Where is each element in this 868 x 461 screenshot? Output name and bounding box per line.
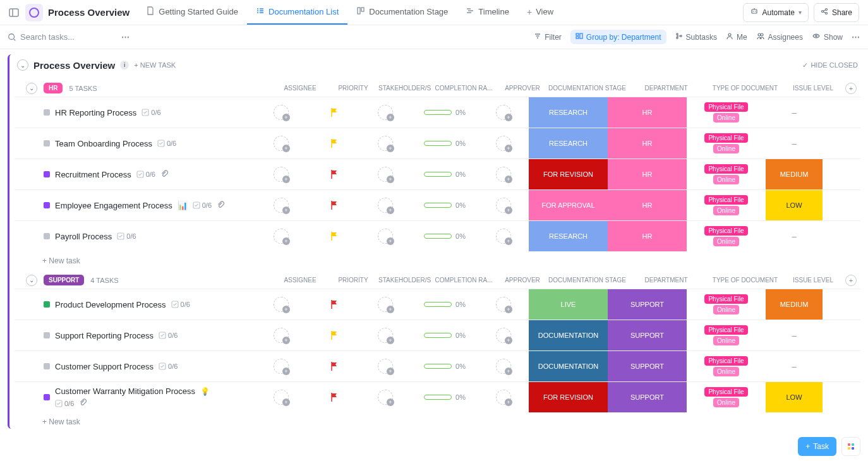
group-pill[interactable]: HR [44,83,63,93]
task-name[interactable]: Product Development Process [55,300,166,309]
tab-documentation-stage[interactable]: Documentation Stage [347,0,457,25]
status-square[interactable] [44,301,50,308]
completion-rate[interactable]: 0% [424,171,466,178]
task-name[interactable]: Payroll Process [55,232,112,241]
completion-rate[interactable]: 0% [424,301,466,308]
stage-tag[interactable]: RESEARCH [529,128,608,159]
department-tag[interactable]: SUPPORT [608,382,687,412]
filter-button[interactable]: Filter [534,32,562,42]
stage-tag[interactable]: FOR REVISION [529,159,608,189]
doc-type-tag[interactable]: Online [713,336,739,345]
stakeholder-add[interactable] [378,359,393,374]
priority-flag[interactable] [330,107,339,117]
col-department[interactable]: DEPARTMENT [627,85,706,92]
col-add[interactable]: + [841,83,860,94]
task-row[interactable]: Support Reporting Process0/6 0% DOCUMENT… [15,320,860,350]
stage-tag[interactable]: FOR REVISION [529,382,608,412]
approver-add[interactable] [496,136,511,151]
show-button[interactable]: Show [812,32,843,42]
doc-type-tag[interactable]: Physical File [704,226,747,236]
share-button[interactable]: Share [814,3,859,22]
subtask-count[interactable]: 0/6 [159,332,178,339]
hide-closed-button[interactable]: ✓ HIDE CLOSED [802,61,858,69]
assignee-add[interactable] [274,105,289,120]
task-row[interactable]: Employee Engagement Process📊0/6 0% FOR A… [15,189,860,220]
status-square[interactable] [44,394,50,400]
issue-level-tag[interactable]: LOW [766,382,823,412]
task-name[interactable]: Employee Engagement Process [55,201,172,210]
task-name[interactable]: Team Onboarding Process [55,139,152,148]
tab-documentation-list[interactable]: Documentation List [247,0,347,25]
info-icon[interactable]: i [120,61,129,69]
stage-tag[interactable]: DOCUMENTATION [529,320,608,350]
stakeholder-add[interactable] [378,328,393,343]
assignee-add[interactable] [274,198,289,213]
stakeholder-add[interactable] [378,229,393,244]
col-approver[interactable]: APPROVER [497,85,548,92]
stage-tag[interactable]: RESEARCH [529,97,608,128]
new-task-header-button[interactable]: + NEW TASK [134,61,176,69]
section-collapse-button[interactable]: ⌄ [17,59,28,71]
priority-flag[interactable] [330,392,339,402]
page-title[interactable]: Process Overview [48,7,130,18]
task-row[interactable]: Customer Warranty Mitigation Process 💡 0… [15,381,860,412]
completion-rate[interactable]: 0% [424,332,466,339]
tab-getting-started[interactable]: Getting Started Guide [137,0,247,25]
task-name[interactable]: Support Reporting Process [55,331,154,340]
completion-rate[interactable]: 0% [424,201,466,209]
task-name[interactable]: Customer Support Process [55,362,154,371]
department-tag[interactable]: SUPPORT [608,289,687,320]
doc-type-tag[interactable]: Online [713,144,739,153]
me-button[interactable]: Me [726,32,747,42]
approver-add[interactable] [496,229,511,244]
department-tag[interactable]: SUPPORT [608,351,687,381]
priority-flag[interactable] [330,299,339,309]
doc-type-tag[interactable]: Physical File [704,387,747,397]
status-square[interactable] [44,202,50,208]
assignees-button[interactable]: Assignees [756,32,803,42]
col-stakeholder[interactable]: STAKEHOLDER/S [378,85,430,92]
task-row[interactable]: Payroll Process0/6 0% RESEARCH HR Physic… [15,220,860,251]
automate-button[interactable]: Automate ▾ [743,3,809,22]
doc-type-tag[interactable]: Online [713,367,739,376]
priority-flag[interactable] [330,330,339,340]
subtask-count[interactable]: 0/6 [142,109,160,116]
doc-type-tag[interactable]: Physical File [704,325,747,335]
stakeholder-add[interactable] [378,198,393,213]
doc-type-tag[interactable]: Online [713,305,739,314]
issue-level-tag[interactable]: LOW [766,190,823,220]
priority-flag[interactable] [330,200,339,210]
assignee-add[interactable] [274,136,289,151]
col-priority[interactable]: PRIORITY [328,277,378,284]
col-issue[interactable]: ISSUE LEVEL [785,85,841,92]
approver-add[interactable] [496,390,511,405]
group-collapse-button[interactable]: ⌄ [26,275,37,286]
tab-timeline[interactable]: Timeline [457,0,518,25]
attachment-icon[interactable] [79,398,87,408]
col-approver[interactable]: APPROVER [497,277,548,284]
stage-tag[interactable]: LIVE [529,289,608,320]
col-doctype[interactable]: TYPE OF DOCUMENT [706,274,785,286]
task-row[interactable]: Product Development Process0/6 0% LIVE S… [15,289,860,320]
doc-type-tag[interactable]: Online [713,113,739,123]
task-row[interactable]: Customer Support Process0/6 0% DOCUMENTA… [15,350,860,381]
stage-tag[interactable]: RESEARCH [529,221,608,251]
subtask-count[interactable]: 0/6 [117,232,136,240]
stakeholder-add[interactable] [378,167,393,182]
task-row[interactable]: Team Onboarding Process0/6 0% RESEARCH H… [15,128,860,159]
group-collapse-button[interactable]: ⌄ [26,83,37,94]
subtask-count[interactable]: 0/6 [136,171,155,178]
stakeholder-add[interactable] [378,297,393,312]
toolbar-more-button[interactable]: ⋯ [852,32,860,42]
col-completion[interactable]: COMPLETION RA... [430,277,497,284]
col-stakeholder[interactable]: STAKEHOLDER/S [378,277,430,284]
approver-add[interactable] [496,359,511,374]
completion-rate[interactable]: 0% [424,362,466,370]
doc-type-tag[interactable]: Online [713,398,739,407]
col-assignee[interactable]: ASSIGNEE [272,85,328,92]
col-stage[interactable]: DOCUMENTATION STAGE [548,277,627,284]
stakeholder-add[interactable] [378,390,393,405]
subtask-count[interactable]: 0/6 [55,400,74,407]
search-input[interactable]: Search tasks... [8,32,121,42]
search-more-button[interactable]: ⋯ [121,32,130,42]
